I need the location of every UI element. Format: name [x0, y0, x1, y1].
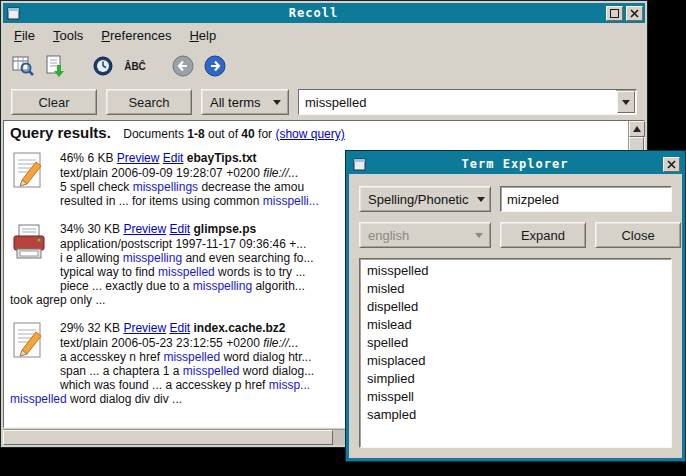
text-segment: decrease the amou: [198, 180, 304, 194]
preview-link[interactable]: Preview: [123, 222, 166, 236]
result-filename: glimpse.ps: [193, 222, 256, 236]
term-input[interactable]: [500, 186, 672, 212]
highlighted-term: misspelling: [193, 279, 252, 293]
text-segment: took agrep only ...: [10, 293, 105, 307]
text-segment: word dialog...: [239, 364, 314, 378]
chevron-down-icon: [622, 100, 630, 105]
doc-history-icon[interactable]: [87, 50, 119, 82]
term-explorer-content: Spelling/Phonetic english Expand Close m…: [349, 174, 682, 458]
preview-link[interactable]: Preview: [123, 321, 166, 335]
text-segment: a accesskey n href: [60, 350, 163, 364]
term-list-item[interactable]: mislead: [367, 316, 664, 334]
highlighted-term: missp...: [269, 378, 310, 392]
text-segment: resulted in ... for items using common: [60, 194, 263, 208]
expansion-row: Spelling/Phonetic: [359, 186, 672, 212]
text-file-icon: [12, 322, 52, 365]
search-button[interactable]: Search: [106, 89, 192, 115]
result-size: 32 KB: [87, 321, 120, 335]
window-menu-icon[interactable]: [5, 6, 21, 21]
text-segment: word dialog div div ...: [67, 392, 182, 406]
menu-help[interactable]: Help: [181, 26, 224, 45]
query-combo: [298, 89, 637, 115]
scroll-up-button[interactable]: [629, 121, 645, 137]
preview-link[interactable]: Preview: [117, 151, 160, 165]
query-input[interactable]: [299, 90, 616, 114]
recoll-titlebar[interactable]: Recoll: [3, 3, 645, 23]
results-header: Query results. Documents 1-8 out of 40 f…: [10, 126, 624, 141]
term-list-item[interactable]: sampled: [367, 406, 664, 424]
spell-icon-label: ÂBĈ: [124, 61, 146, 72]
result-relevance: 46%: [60, 151, 84, 165]
summary-range: 1-8: [187, 127, 204, 141]
menubar: File Tools Preferences Help: [3, 23, 645, 47]
expansion-mode-select[interactable]: Spelling/Phonetic: [359, 186, 491, 212]
text-segment: span ... a chaptera 1 a: [60, 364, 183, 378]
text-segment: 5 spell check: [60, 180, 133, 194]
edit-link[interactable]: Edit: [169, 222, 190, 236]
close-dialog-button[interactable]: Close: [595, 222, 681, 248]
text-segment: file://...: [263, 336, 298, 350]
term-list-item[interactable]: misplaced: [367, 352, 664, 370]
window-title: Term Explorer: [370, 157, 660, 171]
window-menu-icon[interactable]: [351, 157, 367, 172]
maximize-button[interactable]: [606, 6, 623, 21]
menu-file[interactable]: File: [6, 26, 43, 45]
language-select[interactable]: english: [359, 222, 491, 248]
term-list-item[interactable]: spelled: [367, 334, 664, 352]
arrow-up-icon: [633, 126, 641, 132]
clear-button[interactable]: Clear: [11, 89, 97, 115]
highlighted-term: misspelling: [123, 251, 182, 265]
chevron-down-icon: [475, 233, 483, 238]
result-filename: index.cache.bz2: [193, 321, 285, 335]
term-list-item[interactable]: misspell: [367, 388, 664, 406]
summary-prefix: Documents: [123, 127, 184, 141]
text-segment: application/postscript 1997-11-17 09:36:…: [60, 237, 306, 251]
text-segment: which was found ... a accesskey p href: [60, 378, 269, 392]
match-mode-value: All terms: [210, 95, 264, 110]
text-segment: file://...: [263, 166, 298, 180]
edit-link[interactable]: Edit: [163, 151, 184, 165]
summary-out-of: out of: [208, 127, 238, 141]
term-list-item[interactable]: simplied: [367, 370, 664, 388]
text-segment: text/plain 2006-05-23 23:12:55 +0200: [60, 336, 263, 350]
term-explorer-spell-icon[interactable]: ÂBĈ: [119, 50, 151, 82]
toolbar: ÂBĈ: [3, 47, 645, 85]
clear-search-icon[interactable]: [7, 50, 39, 82]
update-index-icon[interactable]: [39, 50, 71, 82]
term-list-item[interactable]: dispelled: [367, 298, 664, 316]
text-file-icon: [12, 152, 52, 195]
term-explorer-titlebar[interactable]: Term Explorer: [349, 154, 682, 174]
term-list-item[interactable]: misspelled: [367, 262, 664, 280]
highlighted-term: misspelled: [10, 392, 67, 406]
result-size: 30 KB: [87, 222, 120, 236]
toolbar-separator: [151, 66, 167, 67]
text-segment: typical way to find: [60, 265, 158, 279]
action-row: english Expand Close: [359, 222, 672, 248]
window-title: Recoll: [24, 6, 603, 20]
results-summary: Documents 1-8 out of 40 for (show query): [120, 127, 345, 141]
edit-link[interactable]: Edit: [169, 321, 190, 335]
expand-button[interactable]: Expand: [500, 222, 586, 248]
horizontal-scroll-thumb[interactable]: [3, 430, 333, 445]
close-button[interactable]: [663, 157, 680, 172]
forward-icon[interactable]: [199, 50, 231, 82]
result-relevance: 34%: [60, 222, 84, 236]
summary-total: 40: [241, 127, 254, 141]
menu-preferences[interactable]: Preferences: [93, 26, 179, 45]
match-mode-select[interactable]: All terms: [201, 89, 289, 115]
highlighted-term: misspelled: [158, 265, 215, 279]
show-query-link[interactable]: (show query): [275, 127, 344, 141]
text-segment: word dialog htr...: [220, 350, 311, 364]
menu-tools[interactable]: Tools: [45, 26, 91, 45]
text-segment: and even searching fo...: [182, 251, 313, 265]
chevron-down-icon: [273, 100, 281, 105]
query-history-dropdown[interactable]: [617, 91, 635, 113]
result-filename: ebayTips.txt: [187, 151, 257, 165]
close-button[interactable]: [626, 6, 643, 21]
term-list-item[interactable]: misled: [367, 280, 664, 298]
text-segment: text/plain 2006-09-09 19:28:07 +0200: [60, 166, 263, 180]
highlighted-term: misspellings: [133, 180, 198, 194]
chevron-down-icon: [477, 197, 485, 202]
back-icon[interactable]: [167, 50, 199, 82]
text-segment: algorith...: [252, 279, 305, 293]
